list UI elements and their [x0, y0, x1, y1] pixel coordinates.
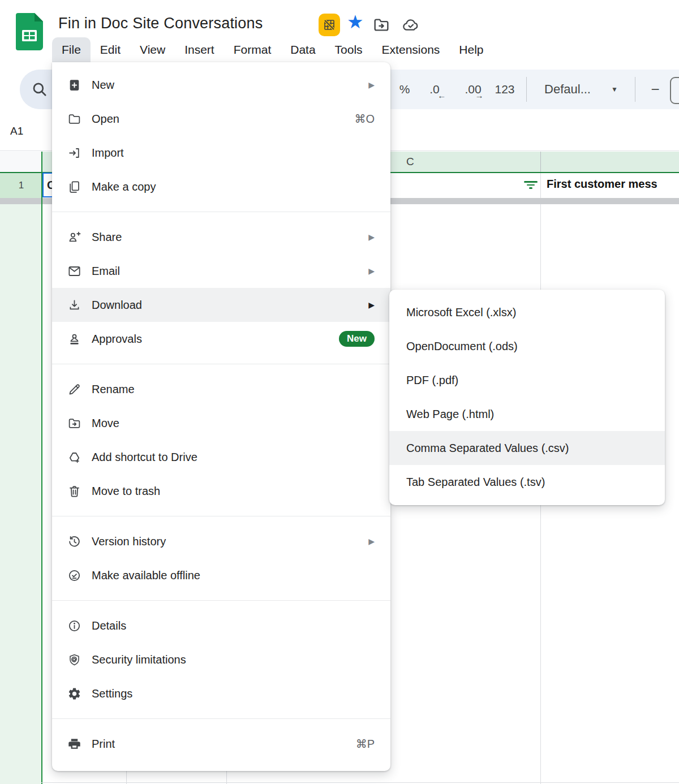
menu-item-label: Download [92, 299, 368, 312]
decrease-decimal-button[interactable]: .0 ← [419, 70, 450, 109]
submenu-arrow-icon: ▶ [368, 537, 375, 546]
decrease-decimal-label: .0 ← [429, 83, 440, 96]
person-add-icon [67, 230, 81, 244]
move-document-icon[interactable] [372, 16, 390, 34]
spreadsheet-limit-warning-icon[interactable] [319, 14, 340, 36]
menu-item-label: Approvals [92, 333, 339, 346]
stamp-icon [67, 331, 81, 346]
menu-data[interactable]: Data [281, 37, 325, 62]
download-submenu: Microsoft Excel (.xlsx) OpenDocument (.o… [389, 290, 665, 505]
menu-help[interactable]: Help [449, 37, 493, 62]
row-header-boundary [41, 152, 42, 784]
increase-decimal-arrow-icon: → [475, 91, 483, 100]
submenu-item-pdf[interactable]: PDF (.pdf) [389, 363, 665, 397]
copy-icon [67, 179, 81, 194]
menu-item-label: New [92, 79, 368, 92]
menu-item-email[interactable]: Email ▶ [52, 254, 390, 288]
submenu-item-ods[interactable]: OpenDocument (.ods) [389, 329, 665, 363]
name-box[interactable]: A1 [10, 125, 23, 137]
menu-item-label: Move [92, 417, 375, 430]
font-family-select[interactable]: Defaul... [536, 70, 599, 109]
menu-extensions[interactable]: Extensions [372, 37, 450, 62]
menu-item-version-history[interactable]: Version history ▶ [52, 524, 390, 558]
menu-item-print[interactable]: Print ⌘P [52, 727, 390, 761]
cell-d1-text[interactable]: First customer mess [547, 178, 679, 191]
decrease-font-size-button[interactable]: − [643, 70, 668, 109]
font-family-caret-icon[interactable]: ▼ [607, 70, 622, 109]
menu-item-open[interactable]: Open ⌘O [52, 102, 390, 136]
menu-item-move-to-trash[interactable]: Move to trash [52, 474, 390, 508]
submenu-item-xlsx[interactable]: Microsoft Excel (.xlsx) [389, 295, 665, 329]
submenu-arrow-icon: ▶ [368, 300, 375, 309]
menu-item-new[interactable]: New ▶ [52, 68, 390, 102]
menu-edit[interactable]: Edit [91, 37, 130, 62]
decrease-decimal-arrow-icon: ← [437, 91, 446, 100]
menu-item-label: Print [92, 738, 356, 751]
folder-icon [67, 111, 81, 126]
menu-divider [52, 364, 390, 364]
menu-item-details[interactable]: Details [52, 609, 390, 643]
menu-divider [52, 212, 390, 212]
column-header-divider [540, 152, 541, 173]
shield-at-icon [67, 652, 81, 667]
trash-icon [67, 484, 81, 498]
menu-tools[interactable]: Tools [325, 37, 372, 62]
submenu-item-html[interactable]: Web Page (.html) [389, 397, 665, 431]
submenu-arrow-icon: ▶ [368, 266, 375, 275]
menu-bar: File Edit View Insert Format Data Tools … [52, 37, 493, 62]
filter-applied-icon[interactable] [524, 181, 538, 190]
menu-item-rename[interactable]: Rename [52, 372, 390, 406]
menu-item-label: Version history [92, 535, 368, 548]
document-status-cloud-icon[interactable] [401, 16, 421, 34]
file-menu: New ▶ Open ⌘O Import Make a copy Share ▶… [52, 62, 390, 771]
row-header-1[interactable]: 1 [0, 173, 42, 198]
submenu-arrow-icon: ▶ [368, 80, 375, 89]
toolbar-divider [526, 77, 527, 102]
menu-item-move[interactable]: Move [52, 406, 390, 440]
pencil-icon [67, 382, 81, 397]
format-percent-button[interactable]: % [393, 70, 416, 109]
menu-item-label: Rename [92, 383, 375, 396]
menu-item-label: Make a copy [92, 180, 375, 193]
shortcut-label: ⌘P [356, 737, 375, 751]
menu-format[interactable]: Format [224, 37, 281, 62]
more-formats-button[interactable]: 123 [490, 70, 519, 109]
menu-item-label: Email [92, 265, 368, 278]
download-icon [67, 298, 81, 312]
column-header-c[interactable]: C [406, 156, 414, 168]
sheets-logo-icon[interactable] [16, 13, 43, 50]
row-header-column[interactable] [0, 204, 41, 784]
menu-item-import[interactable]: Import [52, 136, 390, 170]
menu-divider [52, 516, 390, 516]
menu-item-label: Share [92, 231, 368, 244]
increase-decimal-button[interactable]: .00 → [456, 70, 490, 109]
menu-divider [52, 600, 390, 601]
document-title[interactable]: Fin in Doc Site Conversations [58, 15, 263, 32]
printer-icon [67, 736, 81, 751]
menu-item-share[interactable]: Share ▶ [52, 220, 390, 254]
menu-item-add-shortcut-to-drive[interactable]: Add shortcut to Drive [52, 440, 390, 474]
menu-insert[interactable]: Insert [175, 37, 224, 62]
star-icon[interactable]: ★ [347, 12, 364, 31]
submenu-item-csv[interactable]: Comma Separated Values (.csv) [389, 431, 665, 465]
folder-move-icon [67, 416, 81, 430]
new-badge: New [339, 331, 375, 347]
menu-item-label: Import [92, 147, 375, 160]
menu-item-make-a-copy[interactable]: Make a copy [52, 170, 390, 204]
menu-view[interactable]: View [130, 37, 175, 62]
menu-file[interactable]: File [52, 37, 91, 62]
menu-item-security-limitations[interactable]: Security limitations [52, 643, 390, 677]
menu-item-make-available-offline[interactable]: Make available offline [52, 558, 390, 592]
menu-item-label: Security limitations [92, 653, 375, 666]
drive-add-shortcut-icon [67, 450, 81, 464]
submenu-item-tsv[interactable]: Tab Separated Values (.tsv) [389, 465, 665, 499]
menu-item-label: Open [92, 113, 354, 126]
select-all-corner[interactable] [0, 152, 42, 173]
search-icon [30, 80, 49, 101]
menu-item-download[interactable]: Download ▶ [52, 288, 390, 322]
new-file-icon [67, 77, 81, 92]
font-size-input[interactable] [670, 77, 679, 104]
menu-item-approvals[interactable]: Approvals New [52, 322, 390, 356]
menu-item-settings[interactable]: Settings [52, 677, 390, 710]
menu-item-label: Add shortcut to Drive [92, 451, 375, 464]
